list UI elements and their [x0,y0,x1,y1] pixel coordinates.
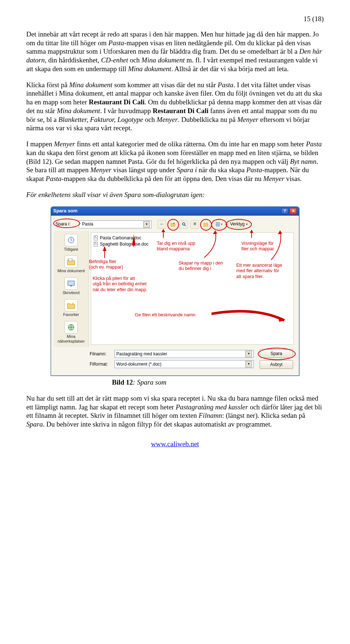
place-recent[interactable]: Tidigare [57,234,86,252]
place-label: Mina dokument [57,269,85,273]
caption-bold: Bild 12 [112,378,133,386]
place-label: Favoriter [63,312,79,317]
svg-line-1 [184,225,186,226]
text: visas. [284,175,302,182]
filetype-value: Word-dokument (*.doc) [116,362,162,367]
paragraph-5: Nu har du sett till att det är rätt mapp… [26,394,324,429]
svg-rect-7 [69,259,72,261]
views-icon[interactable]: ▾ [212,220,225,229]
text: kan du skapa den först genom att klicka … [26,149,318,165]
text: finns ett antal kategorier med de olika … [77,140,306,148]
text: Pastagratäng med kassler [176,403,248,411]
place-favorites[interactable]: Favoriter [57,299,86,317]
text: I mappen [26,140,54,148]
svg-marker-20 [278,316,284,322]
place-desktop[interactable]: Skrivbord [57,277,86,296]
caption-italic: : Spara som [133,378,167,386]
text: Pasta [306,140,322,148]
up-one-level-icon[interactable] [168,220,177,229]
text: Mina dokument [57,107,100,115]
text: . Alltså är det där vi ska börja med att… [171,65,289,73]
text: Menyer [237,116,258,123]
text: Pasta [246,166,262,174]
chevron-down-icon[interactable]: ▾ [245,351,252,357]
btn-label: Avbryt [270,362,283,367]
svg-point-0 [182,223,185,225]
swoosh-arrow-icon [211,309,288,324]
svg-rect-9 [70,285,72,286]
search-icon[interactable] [179,220,188,229]
paragraph-4: För enkelhetens skull visar vi även Spar… [26,190,324,199]
paragraph-3: I mappen Menyer finns ett antal kategori… [26,140,324,183]
place-network[interactable]: Mina nätverksplatser [57,321,86,344]
svg-marker-2 [206,222,208,224]
footer-link[interactable]: www.caliweb.net [26,440,324,448]
filename-value: Pastagratäng med kassler [116,351,167,357]
title-text: Spara som [53,208,77,214]
callout-drive-arrow: Klicka på pilen för att utgå från en bef… [93,276,147,293]
filetype-label: Filformat: [90,362,112,367]
save-in-row: Spara i: Pasta ▾ ← ✕ [54,219,296,231]
new-folder-icon[interactable] [201,220,210,229]
filename-input[interactable]: Pastagratäng med kassler ▾ [114,350,254,358]
text: Pasta [108,39,124,47]
titlebar: Spara som ? ✕ [51,207,299,216]
svg-rect-4 [215,224,219,225]
arrow-icon [103,246,106,251]
text: Filnamn [199,412,222,419]
text: : (längst ner). Klicka sedan på [222,412,305,419]
svg-rect-18 [95,243,97,244]
file-item[interactable]: Spaghetti Bolognese.doc [93,241,291,247]
text: Spara i [177,166,197,174]
text: och [130,56,141,64]
text: och [145,116,156,123]
text: Mina dokument [141,56,185,64]
svg-marker-23 [213,231,217,234]
chevron-down-icon: ▾ [246,223,248,226]
text: Klicka först på [26,81,69,89]
help-icon[interactable]: ? [281,208,288,215]
text: Spara [26,420,43,428]
file-name: Spaghetti Bolognese.doc [100,242,148,247]
text: Byt namn [290,158,316,165]
text: Menyer [90,166,112,174]
chevron-down-icon[interactable]: ▾ [245,361,252,367]
text: som kommer att visas där det nu står [112,81,218,89]
svg-rect-13 [95,236,96,237]
svg-rect-14 [95,237,97,238]
save-in-label: Spara i: [55,221,76,227]
save-button[interactable]: Spara [260,349,293,358]
callout-tools: Ett mer avancerat läge med fler alternat… [236,263,282,280]
text: Menyer [157,116,178,123]
text: CD-enhet [101,56,130,64]
text: Mina dokument [69,81,113,89]
delete-icon[interactable]: ✕ [190,220,199,229]
file-list[interactable]: Pasta Carbonara.doc Spaghetti Bolognese.… [91,232,294,345]
chevron-down-icon[interactable]: ▾ [143,221,150,228]
cancel-button[interactable]: Avbryt [260,360,293,369]
place-mydocs[interactable]: Mina dokument [57,255,86,274]
text: Blanketter, Fakturor, Logotype [58,116,145,123]
tools-menu[interactable]: Verktyg ▾ [228,220,250,228]
close-icon[interactable]: ✕ [289,208,297,215]
text: Restaurant Di Cali [153,107,209,115]
back-icon[interactable]: ← [158,220,166,229]
tools-label: Verktyg [230,221,245,227]
text: Menyer [263,175,284,182]
text: . Du behöver inte skriva in någon filtyp… [43,420,272,428]
places-bar: Tidigare Mina dokument Skrivbord Favorit… [54,231,89,347]
text: , din hårddiskenhet, [45,56,101,64]
text: när du ska skapa [197,166,246,174]
place-label: Tidigare [64,247,78,251]
filename-label: Filnamn: [90,351,112,357]
arrow-icon [132,235,136,246]
text: För enkelhetens skull visar vi även Spar… [26,191,205,198]
figure-caption: Bild 12: Spara som [112,378,324,387]
save-in-dropdown[interactable]: Pasta ▾ [79,220,152,228]
text: Pasta [218,81,233,89]
text: Restaurant Di Cali [89,98,144,106]
filetype-dropdown[interactable]: Word-dokument (*.doc) ▾ [114,360,254,368]
file-item[interactable]: Pasta Carbonara.doc [93,235,291,241]
svg-rect-5 [215,225,219,226]
paragraph-2: Klicka först på Mina dokument som kommer… [26,81,324,133]
